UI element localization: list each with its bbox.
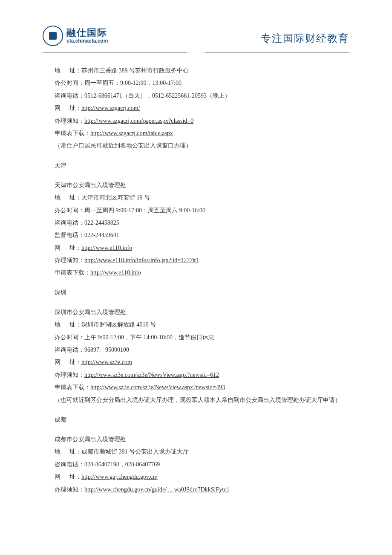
info-line: 地址：成都市顺城街 391 号公安出入境办证大厅 — [43, 445, 349, 458]
office-title: 成都市公安局出入境管理处 — [43, 433, 349, 445]
info-line: 咨询电话：022-24458825 — [43, 217, 349, 229]
info-line: 地址：深圳市罗湖区解放路 4016 号 — [43, 318, 349, 331]
field-value: 深圳市罗湖区解放路 4016 号 — [81, 321, 156, 328]
field-label: 网 — [55, 105, 69, 111]
info-line: 办公时间：周一至周五：9:00-12:00，13:00-17:00 — [43, 77, 349, 89]
info-line: 申请表下载：http://www.e110.info — [43, 266, 349, 279]
info-link[interactable]: http://www.e110.info/infos/info.jsp?iid=… — [84, 257, 199, 263]
info-link[interactable]: http://www.szgacrj.com/ — [81, 105, 140, 111]
info-link[interactable]: http://www.e110.info — [81, 245, 132, 251]
field-label: 申请表下载： — [55, 384, 90, 390]
info-link[interactable]: http://www.szgacrj.com/paper.aspx?classi… — [84, 118, 193, 124]
office-title: 天津市公安局出入境管理处 — [43, 179, 349, 191]
info-line: 地址：天津市河北区寿安街 19 号 — [43, 191, 349, 204]
field-value: 022-24458825 — [84, 220, 119, 226]
info-line: 咨询电话：96897、95000100 — [43, 344, 349, 356]
field-label: 咨询电话： — [55, 347, 84, 353]
field-label: 办理须知： — [55, 118, 84, 124]
info-link[interactable]: http://www.e110.info — [90, 269, 141, 276]
field-value: 成都市顺城街 391 号公安出入境办证大厅 — [81, 448, 189, 455]
info-line: 网址：http://www.gaj.chengdu.gov.cn/ — [43, 471, 349, 483]
field-label: 申请表下载： — [55, 130, 90, 136]
field-label: 办公时间： — [55, 207, 84, 214]
field-value: 上午 9:00-12:00，下午 14:00-18:00，逢节假日休息 — [84, 334, 214, 341]
info-link[interactable]: http://www.sz3e.com/sz3e/NewsView.aspx?n… — [84, 372, 219, 378]
info-line: 地址：苏州市三香路 389 号苏州市行政服务中心 — [43, 64, 349, 77]
info-link[interactable]: http://www.sz3e.com — [81, 359, 132, 365]
field-label: 咨询电话： — [55, 461, 84, 468]
info-line: 申请表下载：http://www.szgacrj.com/table.aspx — [43, 127, 349, 139]
info-link[interactable]: http://www.sz3e.com/sz3e/NewsView.aspx?n… — [90, 384, 225, 390]
info-link[interactable]: http://www.szgacrj.com/table.aspx — [90, 130, 173, 136]
document-page: 融仕国际 cfa.chinacfa.com 专注国际财经教育 地址：苏州市三香路… — [0, 0, 392, 521]
info-line: 网址：http://www.e110.info — [43, 242, 349, 254]
field-label: 网 — [55, 474, 69, 480]
info-line: 网址：http://www.sz3e.com — [43, 356, 349, 368]
office-title: 深圳市公安局出入境管理处 — [43, 306, 349, 318]
field-value: 周一至周四 9:00-17:00；周五至周六 9:00-16:00 — [84, 207, 205, 214]
info-line: 办公时间：周一至周四 9:00-17:00；周五至周六 9:00-16:00 — [43, 204, 349, 217]
info-line: 咨询电话：028-86407198，028-86407769 — [43, 458, 349, 471]
slogan-text: 专注国际财经教育 — [261, 32, 349, 46]
footnote: （也可就近到区公安分局出入境办证大厅办理，现役军人须本人亲自到市公安局出入境管理… — [43, 394, 349, 406]
city-heading: 成都 — [43, 413, 349, 426]
logo-text: 融仕国际 cfa.chinacfa.com — [66, 28, 108, 43]
field-label: 网 — [55, 245, 69, 251]
field-label: 网 — [55, 359, 69, 365]
logo-icon — [43, 26, 63, 46]
field-value: 苏州市三香路 389 号苏州市行政服务中心 — [81, 67, 189, 74]
city-heading: 深圳 — [43, 286, 349, 299]
info-link[interactable]: http://www.chengdu.gov.cn/guide/ ... wa0… — [84, 486, 229, 493]
document-body: 地址：苏州市三香路 389 号苏州市行政服务中心办公时间：周一至周五：9:00-… — [43, 64, 349, 496]
info-line: 网址：http://www.szgacrj.com/ — [43, 102, 349, 114]
info-line: 监督电话：022-24459641 — [43, 229, 349, 241]
field-label: 地 — [55, 67, 69, 74]
logo-cn-text: 融仕国际 — [66, 28, 108, 38]
field-value: 022-24459641 — [84, 232, 119, 238]
city-heading: 天津 — [43, 159, 349, 172]
info-line: 办理须知：http://www.szgacrj.com/paper.aspx?c… — [43, 115, 349, 127]
header-divider — [43, 49, 349, 56]
logo-url-text: cfa.chinacfa.com — [66, 38, 108, 44]
logo-block: 融仕国际 cfa.chinacfa.com — [43, 26, 108, 46]
info-link[interactable]: http://www.gaj.chengdu.gov.cn/ — [81, 474, 158, 480]
field-value: 96897、95000100 — [84, 347, 129, 353]
field-label: 办理须知： — [55, 257, 84, 263]
info-line: 办理须知：http://www.e110.info/infos/info.jsp… — [43, 254, 349, 266]
info-line: 申请表下载：http://www.sz3e.com/sz3e/NewsView.… — [43, 381, 349, 393]
field-label: 办公时间： — [55, 334, 84, 341]
field-value: 028-86407198，028-86407769 — [84, 461, 160, 468]
field-label: 地 — [55, 321, 69, 328]
document-header: 融仕国际 cfa.chinacfa.com 专注国际财经教育 — [43, 26, 349, 46]
field-label: 办理须知： — [55, 486, 84, 493]
field-value: 0512-68661471（白天），0512-65225661-20593（晚上… — [84, 92, 231, 99]
field-label: 咨询电话： — [55, 220, 84, 226]
info-line: 办公时间：上午 9:00-12:00，下午 14:00-18:00，逢节假日休息 — [43, 331, 349, 344]
info-line: （常住户口居民可就近到各地公安出入境窗口办理） — [43, 139, 349, 152]
field-label: 咨询电话： — [55, 92, 84, 99]
field-label: 监督电话： — [55, 232, 84, 238]
info-line: 咨询电话：0512-68661471（白天），0512-65225661-205… — [43, 90, 349, 102]
field-label: 办理须知： — [55, 372, 84, 378]
field-value: 周一至周五：9:00-12:00，13:00-17:00 — [84, 80, 182, 86]
info-line: 办理须知：http://www.sz3e.com/sz3e/NewsView.a… — [43, 369, 349, 381]
field-label: 地 — [55, 448, 69, 455]
info-line: 办理须知：http://www.chengdu.gov.cn/guide/ ..… — [43, 483, 349, 496]
field-value: 天津市河北区寿安街 19 号 — [81, 194, 150, 201]
field-label: 办公时间： — [55, 80, 84, 86]
field-label: 申请表下载： — [55, 269, 90, 276]
field-label: 地 — [55, 194, 69, 201]
